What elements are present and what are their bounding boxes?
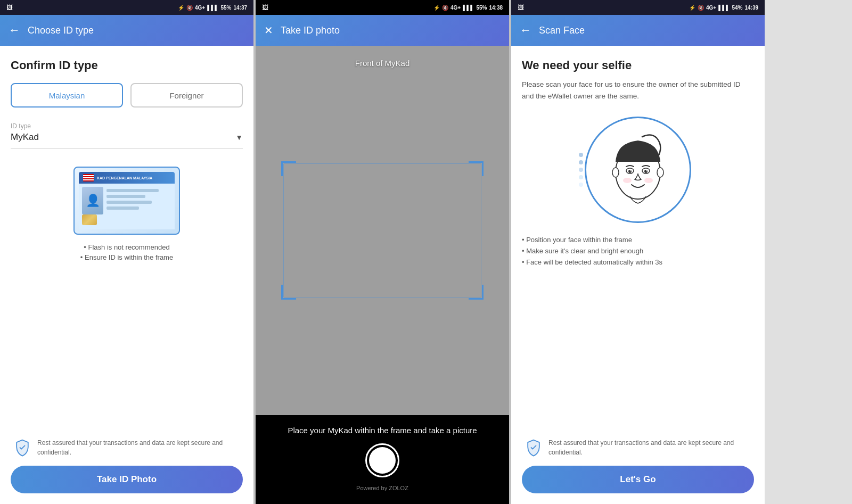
id-card-photo: 👤 — [82, 187, 103, 214]
status-right-icons: ⚡ 🔇 4G+ ▌▌▌ 55% 14:37 — [178, 5, 247, 11]
camera-bottom: Place your MyKad within the frame and ta… — [256, 415, 509, 504]
zoloz-branding: Powered by ZOLOZ — [356, 485, 408, 491]
id-card-image: KAD PENGENALAN MALAYSIA 👤 — [73, 167, 180, 235]
bluetooth-icon: ⚡ — [178, 5, 184, 11]
id-card-line-2 — [106, 195, 145, 198]
status-left-icons: 🖼 — [6, 4, 13, 11]
face-illustration — [522, 117, 754, 223]
dot-4 — [579, 175, 583, 179]
scan-frame — [281, 161, 484, 300]
svg-point-8 — [646, 170, 648, 171]
svg-point-2 — [657, 168, 663, 177]
screen3-footer: Rest assured that your transactions and … — [522, 429, 754, 504]
app-icon-3: 🖼 — [518, 4, 524, 11]
id-card-title: KAD PENGENALAN MALAYSIA — [97, 176, 152, 180]
confirm-title: Confirm ID type — [11, 59, 243, 72]
selfie-hint-1: • Position your face within the frame — [522, 236, 754, 244]
signal-icon-3: ▌▌▌ — [718, 5, 730, 11]
svg-point-10 — [644, 178, 653, 183]
security-text-1: Rest assured that your transactions and … — [37, 438, 241, 457]
status-left-2: 🖼 — [262, 4, 268, 11]
dot-3 — [579, 168, 583, 172]
network-icon: 4G+ — [195, 5, 205, 11]
dot-5 — [579, 183, 583, 187]
dropdown-selected-value: MyKad — [11, 132, 39, 143]
status-bar-1: 🖼 ⚡ 🔇 4G+ ▌▌▌ 55% 14:37 — [0, 0, 253, 15]
shutter-button[interactable] — [365, 443, 399, 477]
face-circle-inner — [591, 123, 685, 217]
security-text-3: Rest assured that your transactions and … — [548, 438, 752, 457]
svg-point-9 — [623, 178, 632, 183]
frame-label: Front of MyKad — [256, 59, 509, 68]
mute-icon: 🔇 — [186, 5, 193, 11]
header-3: ← Scan Face — [511, 15, 765, 46]
battery-text-3: 54% — [732, 5, 742, 11]
screen1-body: Confirm ID type Malaysian Foreigner ID t… — [0, 46, 253, 504]
lets-go-button[interactable]: Let's Go — [522, 466, 754, 493]
status-right-3: ⚡ 🔇 4G+ ▌▌▌ 54% 14:39 — [689, 5, 758, 11]
id-chip-icon — [82, 214, 97, 225]
screen3-body: We need your selfie Please scan your fac… — [511, 46, 765, 504]
screen1-choose-id-type: 🖼 ⚡ 🔇 4G+ ▌▌▌ 55% 14:37 ← Choose ID type… — [0, 0, 253, 504]
id-card-illustration: KAD PENGENALAN MALAYSIA 👤 — [11, 167, 243, 235]
malaysia-flag-icon — [83, 174, 94, 181]
selfie-hints: • Position your face within the frame • … — [522, 236, 754, 269]
id-card-header: KAD PENGENALAN MALAYSIA — [79, 172, 175, 184]
back-button-3[interactable]: ← — [520, 23, 531, 37]
person-icon: 👤 — [86, 194, 100, 208]
camera-viewfinder: Front of MyKad — [256, 46, 509, 415]
status-bar-3: 🖼 ⚡ 🔇 4G+ ▌▌▌ 54% 14:39 — [511, 0, 765, 15]
scan-border — [283, 163, 481, 298]
battery-text-1: 55% — [220, 5, 231, 11]
network-icon-2: 4G+ — [450, 5, 461, 11]
hint-1: • Flash is not recommended — [11, 243, 243, 251]
dropdown-value-row[interactable]: MyKad ▼ — [11, 132, 243, 143]
shutter-inner — [369, 447, 396, 474]
status-bar-2: 🖼 ⚡ 🔇 4G+ ▌▌▌ 55% 14:38 — [256, 0, 509, 15]
bluetooth-icon-3: ⚡ — [689, 5, 695, 11]
close-button-2[interactable]: ✕ — [264, 24, 273, 37]
id-type-dropdown-section[interactable]: ID type MyKad ▼ — [11, 122, 243, 148]
take-id-photo-button[interactable]: Take ID Photo — [11, 466, 243, 493]
hints-section: • Flash is not recommended • Ensure ID i… — [11, 243, 243, 263]
header-title-1: Choose ID type — [28, 25, 94, 36]
id-card-line-4 — [106, 206, 139, 210]
signal-icon: ▌▌▌ — [207, 5, 218, 11]
app-icon: 🖼 — [6, 4, 13, 11]
back-button-1[interactable]: ← — [9, 23, 20, 37]
battery-text-2: 55% — [476, 5, 487, 11]
shield-icon-1 — [13, 438, 32, 457]
mute-icon-2: 🔇 — [442, 5, 448, 11]
id-card-lines — [106, 187, 171, 226]
screen3-scan-face: 🖼 ⚡ 🔇 4G+ ▌▌▌ 54% 14:39 ← Scan Face We n… — [511, 0, 765, 504]
svg-point-7 — [644, 170, 648, 173]
app-icon-2: 🖼 — [262, 4, 268, 11]
dropdown-label: ID type — [11, 122, 243, 130]
time-3: 14:39 — [744, 5, 758, 11]
face-svg-illustration — [601, 127, 675, 212]
signal-icon-2: ▌▌▌ — [463, 5, 474, 11]
svg-point-1 — [612, 168, 619, 177]
security-note-1: Rest assured that your transactions and … — [11, 438, 243, 457]
selfie-desc: Please scan your face for us to ensure t… — [522, 79, 754, 102]
shield-icon-3 — [524, 438, 543, 457]
screen1-footer: Rest assured that your transactions and … — [11, 429, 243, 504]
network-icon-3: 4G+ — [706, 5, 716, 11]
dot-1 — [579, 153, 583, 157]
dot-2 — [579, 160, 583, 164]
camera-instruction: Place your MyKad within the frame and ta… — [288, 425, 477, 436]
header-title-3: Scan Face — [539, 25, 585, 36]
svg-point-4 — [628, 170, 632, 173]
header-title-2: Take ID photo — [281, 25, 340, 36]
malaysian-button[interactable]: Malaysian — [11, 83, 123, 108]
header-2: ✕ Take ID photo — [256, 15, 509, 46]
status-left-3: 🖼 — [518, 4, 524, 11]
svg-point-5 — [630, 170, 632, 171]
selfie-title: We need your selfie — [522, 59, 754, 72]
id-card-inner: KAD PENGENALAN MALAYSIA 👤 — [79, 172, 175, 229]
hint-2: • Ensure ID is within the frame — [11, 253, 243, 261]
dropdown-arrow-icon: ▼ — [235, 133, 243, 142]
foreigner-button[interactable]: Foreigner — [130, 83, 243, 108]
status-right-2: ⚡ 🔇 4G+ ▌▌▌ 55% 14:38 — [433, 5, 503, 11]
selfie-hint-3: • Face will be detected automatically wi… — [522, 258, 754, 266]
